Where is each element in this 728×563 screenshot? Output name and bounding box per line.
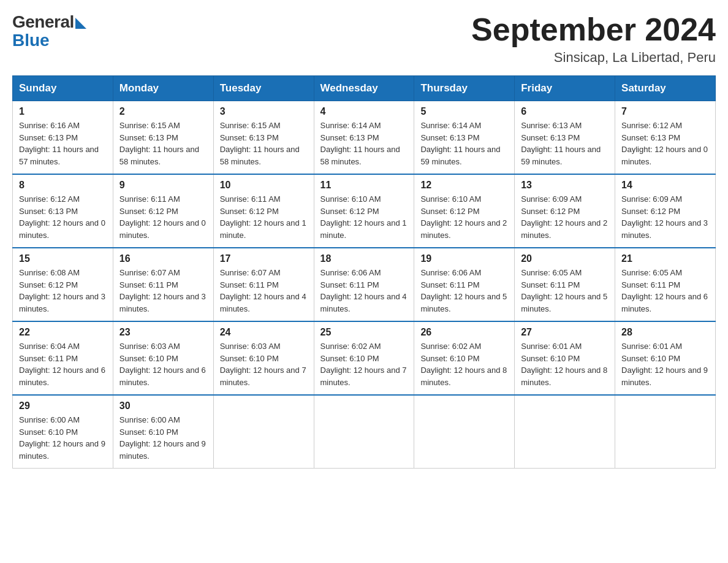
day-info: Sunrise: 6:10 AM Sunset: 6:12 PM Dayligh… — [320, 193, 408, 241]
day-info: Sunrise: 6:04 AM Sunset: 6:11 PM Dayligh… — [19, 340, 107, 388]
calendar-day-cell: 14 Sunrise: 6:09 AM Sunset: 6:12 PM Dayl… — [615, 174, 716, 248]
calendar-day-cell: 12 Sunrise: 6:10 AM Sunset: 6:12 PM Dayl… — [414, 174, 515, 248]
header-sunday: Sunday — [13, 76, 113, 101]
title-section: September 2024 Sinsicap, La Libertad, Pe… — [471, 12, 716, 66]
day-number: 29 — [19, 400, 107, 412]
day-info: Sunrise: 6:00 AM Sunset: 6:10 PM Dayligh… — [119, 414, 207, 462]
day-number: 30 — [119, 400, 207, 412]
calendar-week-row: 1 Sunrise: 6:16 AM Sunset: 6:13 PM Dayli… — [13, 101, 716, 175]
day-number: 27 — [521, 327, 609, 338]
day-info: Sunrise: 6:07 AM Sunset: 6:11 PM Dayligh… — [220, 267, 308, 315]
day-number: 7 — [621, 106, 709, 117]
calendar-day-cell: 9 Sunrise: 6:11 AM Sunset: 6:12 PM Dayli… — [113, 174, 213, 248]
day-info: Sunrise: 6:12 AM Sunset: 6:13 PM Dayligh… — [621, 120, 709, 167]
day-number: 1 — [19, 106, 107, 117]
day-info: Sunrise: 6:13 AM Sunset: 6:13 PM Dayligh… — [521, 120, 609, 167]
calendar-day-cell: 23 Sunrise: 6:03 AM Sunset: 6:10 PM Dayl… — [113, 321, 213, 395]
day-number: 4 — [320, 106, 408, 117]
day-number: 10 — [220, 180, 308, 191]
calendar-week-row: 29 Sunrise: 6:00 AM Sunset: 6:10 PM Dayl… — [13, 395, 716, 469]
day-info: Sunrise: 6:10 AM Sunset: 6:12 PM Dayligh… — [420, 193, 508, 241]
day-number: 25 — [320, 327, 408, 338]
calendar-title: September 2024 — [471, 12, 716, 47]
calendar-day-cell: 15 Sunrise: 6:08 AM Sunset: 6:12 PM Dayl… — [13, 248, 113, 321]
calendar-day-cell — [213, 395, 314, 469]
day-info: Sunrise: 6:12 AM Sunset: 6:13 PM Dayligh… — [19, 193, 107, 241]
calendar-day-cell: 22 Sunrise: 6:04 AM Sunset: 6:11 PM Dayl… — [13, 321, 113, 395]
day-info: Sunrise: 6:15 AM Sunset: 6:13 PM Dayligh… — [119, 120, 207, 167]
calendar-day-cell: 26 Sunrise: 6:02 AM Sunset: 6:10 PM Dayl… — [414, 321, 515, 395]
day-number: 26 — [420, 327, 508, 338]
day-info: Sunrise: 6:00 AM Sunset: 6:10 PM Dayligh… — [19, 414, 107, 462]
header-monday: Monday — [113, 76, 213, 101]
day-info: Sunrise: 6:01 AM Sunset: 6:10 PM Dayligh… — [521, 340, 609, 388]
logo-blue-text: Blue — [12, 31, 50, 50]
day-number: 21 — [621, 253, 709, 264]
calendar-header-row: SundayMondayTuesdayWednesdayThursdayFrid… — [13, 76, 716, 101]
header-tuesday: Tuesday — [213, 76, 314, 101]
day-number: 2 — [119, 106, 207, 117]
day-number: 18 — [320, 253, 408, 264]
calendar-day-cell: 10 Sunrise: 6:11 AM Sunset: 6:12 PM Dayl… — [213, 174, 314, 248]
calendar-week-row: 15 Sunrise: 6:08 AM Sunset: 6:12 PM Dayl… — [13, 248, 716, 321]
day-info: Sunrise: 6:03 AM Sunset: 6:10 PM Dayligh… — [119, 340, 207, 388]
calendar-day-cell: 1 Sunrise: 6:16 AM Sunset: 6:13 PM Dayli… — [13, 101, 113, 175]
calendar-day-cell: 27 Sunrise: 6:01 AM Sunset: 6:10 PM Dayl… — [515, 321, 615, 395]
calendar-week-row: 22 Sunrise: 6:04 AM Sunset: 6:11 PM Dayl… — [13, 321, 716, 395]
day-info: Sunrise: 6:06 AM Sunset: 6:11 PM Dayligh… — [420, 267, 508, 315]
calendar-day-cell: 18 Sunrise: 6:06 AM Sunset: 6:11 PM Dayl… — [314, 248, 414, 321]
day-info: Sunrise: 6:08 AM Sunset: 6:12 PM Dayligh… — [19, 267, 107, 315]
logo: General Blue — [12, 12, 86, 50]
calendar-day-cell: 2 Sunrise: 6:15 AM Sunset: 6:13 PM Dayli… — [113, 101, 213, 175]
day-info: Sunrise: 6:15 AM Sunset: 6:13 PM Dayligh… — [220, 120, 308, 167]
day-info: Sunrise: 6:05 AM Sunset: 6:11 PM Dayligh… — [621, 267, 709, 315]
day-info: Sunrise: 6:06 AM Sunset: 6:11 PM Dayligh… — [320, 267, 408, 315]
day-number: 22 — [19, 327, 107, 338]
day-number: 19 — [420, 253, 508, 264]
calendar-day-cell: 5 Sunrise: 6:14 AM Sunset: 6:13 PM Dayli… — [414, 101, 515, 175]
day-number: 3 — [220, 106, 308, 117]
calendar-subtitle: Sinsicap, La Libertad, Peru — [471, 50, 716, 66]
day-number: 6 — [521, 106, 609, 117]
calendar-day-cell: 11 Sunrise: 6:10 AM Sunset: 6:12 PM Dayl… — [314, 174, 414, 248]
day-info: Sunrise: 6:07 AM Sunset: 6:11 PM Dayligh… — [119, 267, 207, 315]
day-number: 5 — [420, 106, 508, 117]
page-header: General Blue September 2024 Sinsicap, La… — [12, 12, 716, 66]
calendar-day-cell: 29 Sunrise: 6:00 AM Sunset: 6:10 PM Dayl… — [13, 395, 113, 469]
calendar-day-cell: 21 Sunrise: 6:05 AM Sunset: 6:11 PM Dayl… — [615, 248, 716, 321]
day-number: 15 — [19, 253, 107, 264]
day-info: Sunrise: 6:02 AM Sunset: 6:10 PM Dayligh… — [420, 340, 508, 388]
day-number: 8 — [19, 180, 107, 191]
calendar-day-cell: 30 Sunrise: 6:00 AM Sunset: 6:10 PM Dayl… — [113, 395, 213, 469]
day-number: 24 — [220, 327, 308, 338]
calendar-day-cell: 17 Sunrise: 6:07 AM Sunset: 6:11 PM Dayl… — [213, 248, 314, 321]
day-info: Sunrise: 6:16 AM Sunset: 6:13 PM Dayligh… — [19, 120, 107, 167]
calendar-day-cell: 7 Sunrise: 6:12 AM Sunset: 6:13 PM Dayli… — [615, 101, 716, 175]
calendar-day-cell: 19 Sunrise: 6:06 AM Sunset: 6:11 PM Dayl… — [414, 248, 515, 321]
calendar-day-cell: 24 Sunrise: 6:03 AM Sunset: 6:10 PM Dayl… — [213, 321, 314, 395]
logo-general-text: General — [12, 12, 74, 32]
calendar-day-cell: 8 Sunrise: 6:12 AM Sunset: 6:13 PM Dayli… — [13, 174, 113, 248]
header-friday: Friday — [515, 76, 615, 101]
day-info: Sunrise: 6:03 AM Sunset: 6:10 PM Dayligh… — [220, 340, 308, 388]
logo-arrow-icon — [75, 18, 86, 29]
day-number: 11 — [320, 180, 408, 191]
day-number: 14 — [621, 180, 709, 191]
day-number: 23 — [119, 327, 207, 338]
calendar-day-cell: 20 Sunrise: 6:05 AM Sunset: 6:11 PM Dayl… — [515, 248, 615, 321]
header-wednesday: Wednesday — [314, 76, 414, 101]
calendar-day-cell — [515, 395, 615, 469]
calendar-day-cell — [414, 395, 515, 469]
calendar-day-cell: 6 Sunrise: 6:13 AM Sunset: 6:13 PM Dayli… — [515, 101, 615, 175]
day-info: Sunrise: 6:14 AM Sunset: 6:13 PM Dayligh… — [320, 120, 408, 167]
day-number: 20 — [521, 253, 609, 264]
day-info: Sunrise: 6:11 AM Sunset: 6:12 PM Dayligh… — [119, 193, 207, 241]
calendar-day-cell — [314, 395, 414, 469]
calendar-day-cell: 28 Sunrise: 6:01 AM Sunset: 6:10 PM Dayl… — [615, 321, 716, 395]
day-number: 9 — [119, 180, 207, 191]
day-info: Sunrise: 6:09 AM Sunset: 6:12 PM Dayligh… — [521, 193, 609, 241]
day-info: Sunrise: 6:05 AM Sunset: 6:11 PM Dayligh… — [521, 267, 609, 315]
day-info: Sunrise: 6:01 AM Sunset: 6:10 PM Dayligh… — [621, 340, 709, 388]
day-number: 28 — [621, 327, 709, 338]
day-info: Sunrise: 6:11 AM Sunset: 6:12 PM Dayligh… — [220, 193, 308, 241]
